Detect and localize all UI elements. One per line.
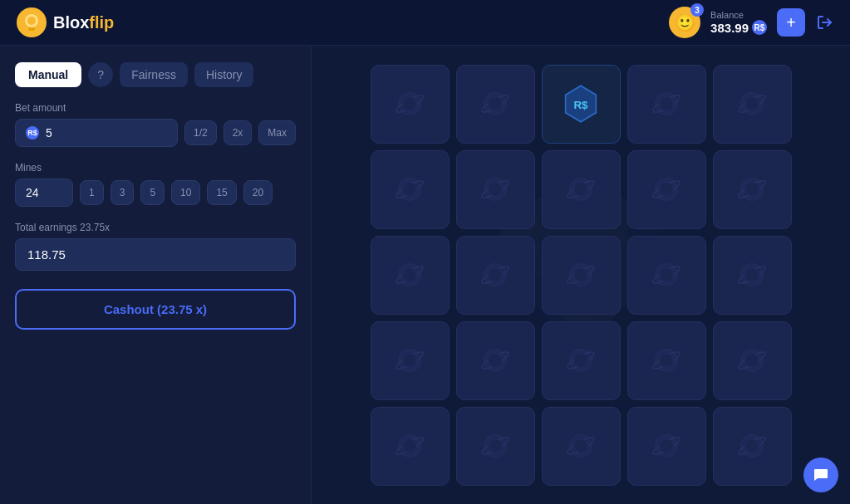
earnings-label: Total earnings 23.75x bbox=[15, 222, 296, 233]
svg-point-53 bbox=[489, 354, 503, 368]
svg-point-17 bbox=[745, 97, 759, 111]
mine-icon bbox=[560, 254, 602, 296]
right-panel: 💎 R$ bbox=[312, 46, 850, 504]
svg-point-14 bbox=[660, 97, 674, 111]
svg-point-50 bbox=[403, 354, 417, 368]
mine-cell[interactable] bbox=[456, 65, 535, 144]
svg-point-56 bbox=[574, 354, 588, 368]
add-funds-button[interactable]: + bbox=[777, 8, 805, 37]
mine-cell[interactable] bbox=[713, 321, 792, 400]
mine-cell[interactable] bbox=[371, 407, 450, 486]
mine-cell[interactable] bbox=[627, 65, 706, 144]
mine-cell[interactable] bbox=[627, 407, 706, 486]
svg-point-71 bbox=[574, 439, 588, 453]
double-button[interactable]: 2x bbox=[224, 120, 253, 145]
mine-cell[interactable] bbox=[627, 150, 706, 229]
mine-cell[interactable] bbox=[542, 407, 621, 486]
mines-input-wrap bbox=[15, 179, 73, 207]
mine-cell[interactable] bbox=[371, 65, 450, 144]
mine-cell[interactable] bbox=[713, 407, 792, 486]
mine-cell[interactable] bbox=[627, 321, 706, 400]
bet-amount-label: Bet amount bbox=[15, 102, 296, 114]
bet-amount-input[interactable] bbox=[46, 126, 96, 139]
avatar-wrap[interactable]: 🙂 3 bbox=[669, 7, 700, 38]
mine-icon bbox=[731, 169, 773, 210]
max-button[interactable]: Max bbox=[258, 120, 296, 145]
svg-point-38 bbox=[489, 268, 503, 282]
balance-amount: 383.99 bbox=[710, 21, 749, 35]
svg-point-26 bbox=[574, 183, 588, 197]
tab-history[interactable]: History bbox=[194, 62, 254, 87]
bet-rs-badge: R$ bbox=[26, 126, 39, 139]
mine-icon bbox=[646, 169, 687, 210]
logo-icon bbox=[17, 7, 47, 37]
mine-cell[interactable] bbox=[456, 236, 535, 315]
mine-icon bbox=[731, 425, 773, 467]
mine-icon bbox=[646, 83, 687, 125]
mines-preset-1[interactable]: 1 bbox=[80, 180, 104, 205]
mine-cell[interactable] bbox=[713, 65, 792, 144]
mine-cell[interactable]: R$ bbox=[542, 65, 621, 144]
tab-question[interactable]: ? bbox=[88, 62, 113, 87]
svg-point-32 bbox=[745, 183, 759, 197]
mines-preset-5[interactable]: 5 bbox=[140, 180, 165, 205]
mine-cell[interactable] bbox=[456, 321, 535, 400]
mine-icon bbox=[474, 425, 516, 467]
mine-icon bbox=[560, 340, 602, 381]
mines-input[interactable] bbox=[26, 186, 59, 199]
mine-cell[interactable] bbox=[542, 150, 621, 229]
chat-button[interactable] bbox=[803, 458, 838, 492]
mine-icon bbox=[474, 340, 516, 381]
svg-point-6 bbox=[403, 97, 417, 111]
earnings-value: 118.75 bbox=[15, 238, 296, 271]
login-button[interactable] bbox=[815, 13, 833, 32]
mine-icon bbox=[731, 254, 773, 296]
header: Bloxflip 🙂 3 Balance 383.99 R$ + bbox=[0, 0, 850, 46]
mine-icon bbox=[474, 254, 516, 296]
mine-icon bbox=[560, 425, 602, 467]
mine-icon bbox=[389, 425, 430, 467]
tab-manual[interactable]: Manual bbox=[15, 62, 81, 87]
svg-point-59 bbox=[660, 354, 674, 368]
half-button[interactable]: 1/2 bbox=[184, 120, 217, 145]
mine-icon bbox=[474, 169, 516, 210]
svg-point-2 bbox=[27, 17, 36, 25]
svg-point-47 bbox=[745, 268, 759, 282]
bet-input-wrap: R$ bbox=[15, 119, 178, 147]
gem-coin-icon: R$ bbox=[560, 83, 602, 125]
cashout-button[interactable]: Cashout (23.75 x) bbox=[15, 289, 296, 330]
mine-cell[interactable] bbox=[371, 150, 450, 229]
mine-cell[interactable] bbox=[713, 150, 792, 229]
mine-cell[interactable] bbox=[627, 236, 706, 315]
mine-cell[interactable] bbox=[456, 150, 535, 229]
mine-cell[interactable] bbox=[456, 407, 535, 486]
mines-label: Mines bbox=[15, 162, 296, 174]
bet-input-row: R$ 1/2 2x Max bbox=[15, 119, 296, 147]
svg-point-62 bbox=[745, 354, 759, 368]
svg-point-44 bbox=[660, 268, 674, 282]
svg-rect-3 bbox=[28, 27, 35, 31]
mine-icon bbox=[731, 83, 773, 125]
mine-icon bbox=[646, 425, 687, 467]
svg-point-20 bbox=[403, 183, 417, 197]
mine-icon bbox=[731, 340, 773, 381]
tabs: Manual ? Fairness History bbox=[15, 62, 296, 87]
mines-preset-3[interactable]: 3 bbox=[111, 180, 135, 205]
mine-cell[interactable] bbox=[542, 321, 621, 400]
mines-preset-15[interactable]: 15 bbox=[207, 180, 236, 205]
mines-preset-10[interactable]: 10 bbox=[171, 180, 200, 205]
mine-cell[interactable] bbox=[542, 236, 621, 315]
mine-cell[interactable] bbox=[371, 321, 450, 400]
balance-label: Balance bbox=[710, 10, 744, 20]
svg-point-41 bbox=[574, 268, 588, 282]
tab-fairness[interactable]: Fairness bbox=[120, 62, 188, 87]
mine-cell[interactable] bbox=[713, 236, 792, 315]
mines-row: 1 3 5 10 15 20 bbox=[15, 179, 296, 207]
mine-icon bbox=[389, 340, 430, 381]
svg-point-74 bbox=[660, 439, 674, 453]
avatar-badge: 3 bbox=[690, 3, 704, 17]
mines-preset-20[interactable]: 20 bbox=[243, 180, 273, 205]
mine-cell[interactable] bbox=[371, 236, 450, 315]
mine-icon bbox=[389, 169, 430, 210]
left-panel: Manual ? Fairness History Bet amount R$ … bbox=[0, 46, 312, 504]
